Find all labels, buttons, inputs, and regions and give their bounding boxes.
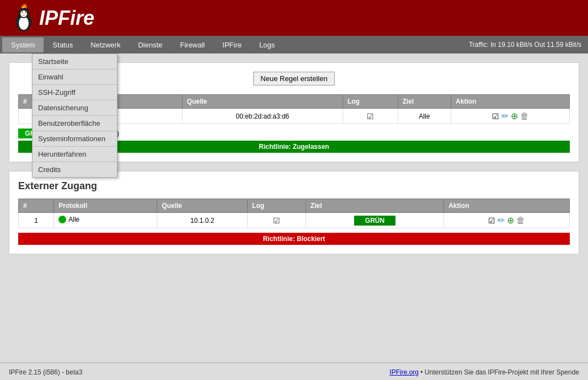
col2-num: #	[19, 199, 54, 213]
action2-icons-group: ☑ ✏ ⊕ 🗑	[448, 215, 565, 226]
navbar: System Status Netzwerk Dienste Firewall …	[0, 36, 588, 53]
logo-icon	[9, 3, 39, 33]
delete-icon[interactable]: 🗑	[520, 111, 529, 121]
col-quelle: Quelle	[182, 95, 343, 109]
col-log: Log	[343, 95, 398, 109]
menu-datensicherung[interactable]: Datensicherung	[33, 100, 117, 116]
system-dropdown-menu: Startseite Einwahl SSH-Zugriff Datensich…	[32, 53, 117, 178]
col-ziel: Ziel	[398, 95, 451, 109]
menu-ssh-zugriff[interactable]: SSH-Zugriff	[33, 85, 117, 100]
edit2-icon[interactable]: ✏	[498, 215, 505, 226]
delete2-icon[interactable]: 🗑	[516, 216, 525, 226]
tab-ipfire[interactable]: IPFire	[213, 38, 250, 52]
cell2-aktion: ☑ ✏ ⊕ 🗑	[444, 213, 570, 228]
footer-right: IPFire.org • Unterstützen Sie das IPFire…	[389, 368, 579, 376]
cell2-protokoll: Alle	[54, 213, 157, 228]
tab-status[interactable]: Status	[44, 38, 82, 52]
col2-protokoll: Protokoll	[54, 199, 157, 213]
tab-dienste[interactable]: Dienste	[129, 38, 171, 52]
footer: IPFire 2.15 (i586) - beta3 IPFire.org • …	[0, 362, 588, 380]
cell2-ziel: GRÜN	[306, 213, 443, 228]
footer-link[interactable]: IPFire.org	[389, 368, 419, 376]
cell-log: ☑	[343, 109, 398, 124]
svg-point-8	[25, 12, 26, 13]
rule-checkbox[interactable]: ☑	[492, 112, 499, 121]
svg-point-2	[19, 17, 29, 30]
log2-checkbox-icon: ☑	[273, 216, 280, 225]
tab-firewall[interactable]: Firewall	[171, 38, 213, 52]
menu-herunterfahren[interactable]: Herunterfahren	[33, 147, 117, 162]
footer-left: IPFire 2.15 (i586) - beta3	[9, 368, 82, 376]
tab-system[interactable]: System	[2, 38, 44, 52]
cell-ziel: Alle	[398, 109, 451, 124]
nav-tabs: System Status Netzwerk Dienste Firewall …	[2, 38, 284, 52]
cell-quelle: 00:eb:2d:ad:a3:d6	[182, 109, 343, 124]
menu-systeminformationen[interactable]: Systeminformationen	[33, 131, 117, 147]
tab-netzwerk[interactable]: Netzwerk	[82, 38, 129, 52]
cell2-quelle: 10.1.0.2	[157, 213, 248, 228]
menu-credits[interactable]: Credits	[33, 162, 117, 177]
svg-point-7	[22, 12, 23, 13]
logo-text: IPFire	[39, 7, 94, 30]
log-checkbox-icon: ☑	[367, 112, 374, 121]
protocol-label2: Alle	[68, 216, 79, 223]
copy-icon[interactable]: ⊕	[511, 111, 518, 121]
table-row: 1 Alle 10.1.0.2 ☑ GRÜN	[19, 213, 570, 228]
menu-einwahl[interactable]: Einwahl	[33, 69, 117, 85]
col2-log: Log	[248, 199, 306, 213]
section2-title: Externer Zugang	[18, 180, 570, 192]
section2-box: Externer Zugang # Protokoll Quelle Log Z…	[9, 171, 579, 254]
new-rule-button[interactable]: Neue Regel erstellen	[253, 72, 334, 85]
copy2-icon[interactable]: ⊕	[507, 215, 514, 226]
col2-ziel: Ziel	[306, 199, 443, 213]
tab-logs[interactable]: Logs	[250, 38, 284, 52]
status-dot-green	[58, 216, 66, 223]
footer-right-text: • Unterstützen Sie das IPFire-Projekt mi…	[419, 368, 579, 376]
menu-startseite[interactable]: Startseite	[33, 54, 117, 69]
traffic-info: Traffic: In 19.10 kBit/s Out 11.59 kBit/…	[469, 41, 586, 49]
policy-bar-blockiert: Richtlinie: Blockiert	[18, 233, 570, 245]
header: IPFire	[0, 0, 588, 36]
col2-quelle: Quelle	[157, 199, 248, 213]
col-aktion: Aktion	[451, 95, 570, 109]
cell-aktion: ☑ ✏ ⊕ 🗑	[451, 109, 570, 124]
col2-aktion: Aktion	[444, 199, 570, 213]
cell2-log: ☑	[248, 213, 306, 228]
cell2-num: 1	[19, 213, 54, 228]
edit-icon[interactable]: ✏	[501, 111, 509, 121]
rule2-checkbox[interactable]: ☑	[488, 216, 495, 225]
action-icons-group: ☑ ✏ ⊕ 🗑	[456, 111, 565, 121]
ziel-green-badge: GRÜN	[354, 216, 395, 226]
menu-benutzeroberflaeche[interactable]: Benutzeroberfläche	[33, 116, 117, 131]
section2-table: # Protokoll Quelle Log Ziel Aktion 1	[18, 199, 570, 228]
